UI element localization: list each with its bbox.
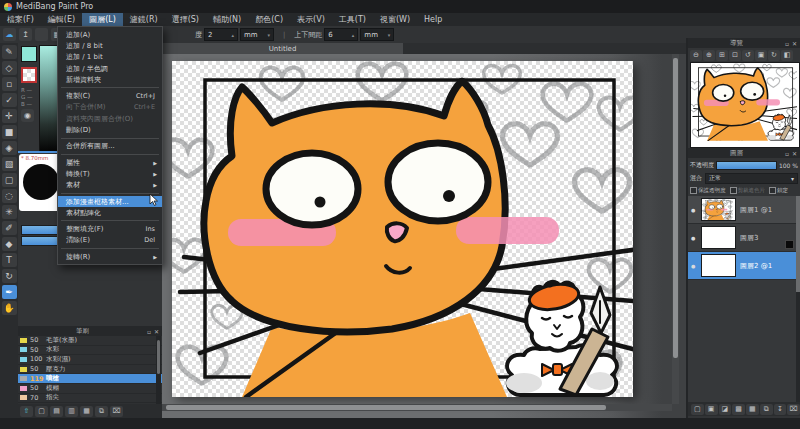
menubar-item[interactable]: 輔助(N) (206, 13, 248, 26)
marquee-select-tool-icon[interactable]: ▢ (2, 173, 17, 187)
layer-menu-item[interactable]: 添加漫畫框格素材... (58, 196, 162, 207)
brush-tool-icon[interactable]: ✎ (2, 45, 17, 59)
layer-option-checkbox[interactable]: 鎖定 (769, 187, 788, 194)
brush-folder-icon[interactable]: ▦ (80, 406, 93, 417)
snap-tool-icon[interactable]: ✓ (2, 93, 17, 107)
flip-view-icon[interactable]: ◧ (781, 50, 793, 61)
add-layer-icon[interactable]: ▢ (691, 404, 704, 415)
layer-menu-item[interactable]: 整面填充(F) Ins (58, 223, 162, 234)
menubar-item[interactable]: 編輯(E) (41, 13, 82, 26)
value-gradient-bar[interactable] (39, 45, 58, 152)
bucket-tool-icon[interactable]: ◈ (2, 141, 17, 155)
layer-menu-item[interactable]: 轉換(T) ▶ (58, 168, 162, 179)
brush-from-image-icon[interactable]: ▤ (50, 406, 63, 417)
menubar-item[interactable]: 檔案(F) (0, 13, 41, 26)
canvas-vertical-scrollbar[interactable] (672, 54, 679, 404)
layer-visibility-icon[interactable]: ● (691, 207, 697, 213)
layer-menu-item[interactable]: 屬性 ▶ (58, 157, 162, 168)
圖層1 @1[interactable]: ● 圖層1 @1 (688, 196, 796, 224)
select-eraser-tool-icon[interactable]: ◆ (2, 237, 17, 251)
layer-menu-item[interactable]: 新增資料夾 (58, 74, 162, 85)
canvas-horizontal-scrollbar[interactable] (162, 404, 672, 411)
水彩(濕)[interactable]: 100 水彩(濕) (18, 355, 162, 365)
hand-tool-icon[interactable]: ✋ (2, 301, 17, 315)
move-tool-icon[interactable]: ✛ (2, 109, 17, 123)
background-color-swatch[interactable] (21, 67, 37, 83)
navigator-close-icon[interactable]: ✕ (792, 40, 797, 47)
select-pen-tool-icon[interactable]: ✐ (2, 221, 17, 235)
delete-brush-icon[interactable]: ⌧ (110, 406, 123, 417)
layer-menu-item[interactable]: 刪除(D) (58, 124, 162, 135)
layer-menu-item[interactable]: 清除(E) Del (58, 235, 162, 246)
new-brush-icon[interactable]: ▢ (35, 406, 48, 417)
reset-rotation-icon[interactable]: ▣ (755, 50, 767, 61)
rotate-right-icon[interactable]: ↻ (768, 50, 780, 61)
magic-wand-tool-icon[interactable]: ✳ (2, 205, 17, 219)
menubar-item[interactable]: 顏色(C) (248, 13, 290, 26)
gradient-tool-icon[interactable]: ▧ (2, 157, 17, 171)
opacity-slider[interactable] (716, 161, 777, 170)
brush-panel-close-icon[interactable]: ✕ (154, 328, 159, 335)
fit-window-icon[interactable]: ⊞ (716, 50, 728, 61)
eraser-tool-icon[interactable]: ◇ (2, 61, 17, 75)
layers-popout-icon[interactable]: ▫ (785, 150, 789, 157)
layer-visibility-icon[interactable]: ● (691, 263, 697, 269)
layer-menu-item[interactable]: 資料夾內圖層合併(O) (58, 113, 162, 124)
layers-close-icon[interactable]: ✕ (792, 150, 797, 157)
vspacing-field-value[interactable]: 6▴ (324, 28, 358, 41)
dot-tool-icon[interactable]: ▫ (2, 77, 17, 91)
brush-panel-popout-icon[interactable]: ▫ (147, 328, 151, 335)
foreground-color-swatch[interactable] (21, 46, 37, 62)
zoom-out-icon[interactable]: ⊖ (690, 50, 702, 61)
layer-menu-item[interactable]: 追加 / 半色調 (58, 63, 162, 74)
layer-menu-item[interactable]: 向下合併(M) Ctrl+E (58, 102, 162, 113)
lasso-tool-icon[interactable]: ◌ (2, 189, 17, 203)
layer-menu-item[interactable]: 追加(A) (58, 29, 162, 40)
export-icon[interactable]: ↥ (19, 28, 32, 41)
layer-folder-icon[interactable]: ▦ (746, 404, 759, 415)
menubar-item[interactable]: 表示(V) (290, 13, 332, 26)
menubar-item[interactable]: Help (417, 13, 449, 26)
upload-brush-icon[interactable]: ⇧ (20, 406, 33, 417)
毛筆(水墨)[interactable]: 50 毛筆(水墨) (18, 336, 162, 346)
layer-visibility-icon[interactable]: ● (691, 235, 697, 241)
模糊[interactable]: 50 模糊 (18, 384, 162, 394)
壓克力[interactable]: 50 壓克力 (18, 365, 162, 375)
layer-option-checkbox[interactable]: 保護透明度 (690, 187, 726, 194)
add-8bit-layer-icon[interactable]: ▣ (705, 404, 718, 415)
eyedropper-tool-icon[interactable]: ✒ (2, 285, 17, 299)
zoom-in-icon[interactable]: ⊕ (703, 50, 715, 61)
navigator-thumbnail[interactable] (690, 62, 800, 148)
menubar-item[interactable]: 視窗(W) (373, 13, 417, 26)
operation-tool-icon[interactable]: ↻ (2, 269, 17, 283)
zoom-reset-icon[interactable]: ⊡ (729, 50, 741, 61)
指尖[interactable]: 70 指尖 (18, 394, 162, 404)
layer-menu-item[interactable]: 素材點陣化 (58, 207, 162, 218)
layer-option-checkbox[interactable]: 剪裁遮色片 (730, 187, 766, 194)
brush-list-scrollbar[interactable] (156, 336, 161, 404)
layer-menu-item[interactable]: 複製(C) Ctrl+J (58, 90, 162, 101)
layer-menu-item[interactable]: 旋轉(R) ▶ (58, 251, 162, 262)
menubar-item[interactable]: 選擇(S) (165, 13, 206, 26)
add-halftone-layer-icon[interactable]: ▩ (732, 404, 745, 415)
水彩[interactable]: 50 水彩 (18, 346, 162, 356)
fill-rect-tool-icon[interactable]: ■ (2, 125, 17, 139)
blend-mode-select[interactable]: 正常▾ (705, 173, 798, 184)
brush-script-icon[interactable]: ▥ (65, 406, 78, 417)
layer-menu-item[interactable]: 追加 / 8 bit (58, 40, 162, 51)
document-tab[interactable]: Untitled (162, 43, 403, 54)
duplicate-brush-icon[interactable]: ⧉ (95, 406, 108, 417)
噴槍[interactable]: 119 噴槍 (18, 374, 162, 384)
canvas-document[interactable] (172, 61, 633, 397)
layer-menu-item[interactable]: 追加 / 1 bit (58, 52, 162, 63)
add-1bit-layer-icon[interactable]: ◪ (719, 404, 732, 415)
delete-layer-icon[interactable]: ⌧ (787, 404, 800, 415)
palette-icon[interactable]: ◉ (21, 109, 34, 122)
navigator-popout-icon[interactable]: ▫ (785, 40, 789, 47)
rotate-left-icon[interactable]: ↺ (742, 50, 754, 61)
menubar-item[interactable]: 圖層(L) (82, 13, 123, 26)
圖層2 @1[interactable]: ● 圖層2 @1 (688, 252, 796, 280)
width-unit-select[interactable]: mm▾ (240, 28, 274, 41)
text-tool-icon[interactable]: T (2, 253, 17, 267)
layer-list-scrollbar[interactable] (796, 196, 800, 402)
